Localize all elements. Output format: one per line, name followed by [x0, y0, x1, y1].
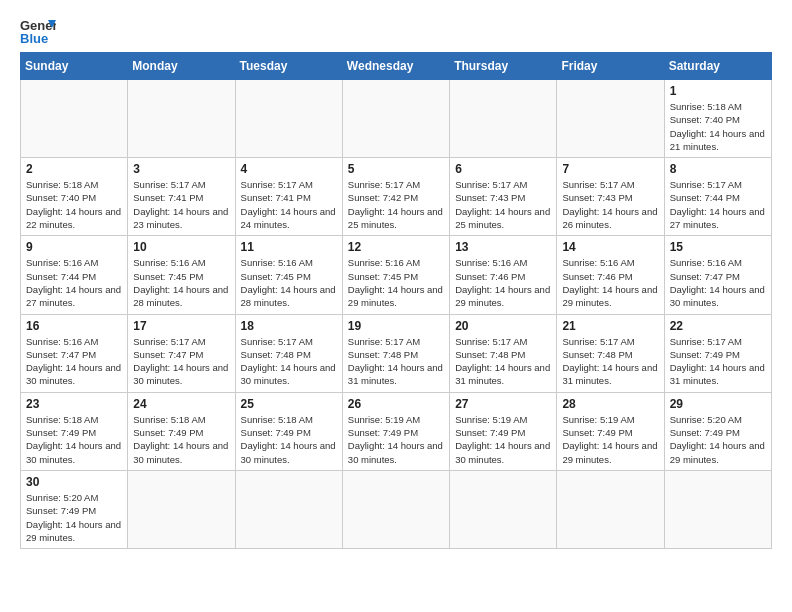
calendar-cell: 30Sunrise: 5:20 AM Sunset: 7:49 PM Dayli…	[21, 470, 128, 548]
calendar-cell: 7Sunrise: 5:17 AM Sunset: 7:43 PM Daylig…	[557, 158, 664, 236]
day-info: Sunrise: 5:17 AM Sunset: 7:47 PM Dayligh…	[133, 335, 229, 388]
day-info: Sunrise: 5:17 AM Sunset: 7:41 PM Dayligh…	[133, 178, 229, 231]
calendar-cell: 1Sunrise: 5:18 AM Sunset: 7:40 PM Daylig…	[664, 80, 771, 158]
calendar-cell: 4Sunrise: 5:17 AM Sunset: 7:41 PM Daylig…	[235, 158, 342, 236]
day-number: 9	[26, 240, 122, 254]
calendar-week-row: 16Sunrise: 5:16 AM Sunset: 7:47 PM Dayli…	[21, 314, 772, 392]
day-info: Sunrise: 5:17 AM Sunset: 7:49 PM Dayligh…	[670, 335, 766, 388]
weekday-header-sunday: Sunday	[21, 53, 128, 80]
day-number: 30	[26, 475, 122, 489]
calendar-cell: 24Sunrise: 5:18 AM Sunset: 7:49 PM Dayli…	[128, 392, 235, 470]
day-number: 8	[670, 162, 766, 176]
day-info: Sunrise: 5:17 AM Sunset: 7:48 PM Dayligh…	[348, 335, 444, 388]
calendar-cell	[128, 80, 235, 158]
day-info: Sunrise: 5:18 AM Sunset: 7:40 PM Dayligh…	[670, 100, 766, 153]
day-info: Sunrise: 5:17 AM Sunset: 7:48 PM Dayligh…	[562, 335, 658, 388]
calendar-cell: 23Sunrise: 5:18 AM Sunset: 7:49 PM Dayli…	[21, 392, 128, 470]
day-number: 23	[26, 397, 122, 411]
day-number: 19	[348, 319, 444, 333]
day-info: Sunrise: 5:16 AM Sunset: 7:47 PM Dayligh…	[26, 335, 122, 388]
day-info: Sunrise: 5:16 AM Sunset: 7:47 PM Dayligh…	[670, 256, 766, 309]
calendar-cell	[557, 80, 664, 158]
calendar-week-row: 30Sunrise: 5:20 AM Sunset: 7:49 PM Dayli…	[21, 470, 772, 548]
calendar-cell: 14Sunrise: 5:16 AM Sunset: 7:46 PM Dayli…	[557, 236, 664, 314]
calendar-cell: 21Sunrise: 5:17 AM Sunset: 7:48 PM Dayli…	[557, 314, 664, 392]
day-number: 15	[670, 240, 766, 254]
day-number: 11	[241, 240, 337, 254]
calendar-cell: 18Sunrise: 5:17 AM Sunset: 7:48 PM Dayli…	[235, 314, 342, 392]
day-info: Sunrise: 5:17 AM Sunset: 7:42 PM Dayligh…	[348, 178, 444, 231]
calendar-week-row: 23Sunrise: 5:18 AM Sunset: 7:49 PM Dayli…	[21, 392, 772, 470]
calendar-week-row: 1Sunrise: 5:18 AM Sunset: 7:40 PM Daylig…	[21, 80, 772, 158]
weekday-header-friday: Friday	[557, 53, 664, 80]
calendar-cell: 17Sunrise: 5:17 AM Sunset: 7:47 PM Dayli…	[128, 314, 235, 392]
day-number: 6	[455, 162, 551, 176]
day-number: 20	[455, 319, 551, 333]
day-info: Sunrise: 5:16 AM Sunset: 7:46 PM Dayligh…	[455, 256, 551, 309]
calendar-cell: 3Sunrise: 5:17 AM Sunset: 7:41 PM Daylig…	[128, 158, 235, 236]
calendar-cell	[342, 80, 449, 158]
calendar-cell	[235, 470, 342, 548]
day-number: 13	[455, 240, 551, 254]
calendar-cell: 2Sunrise: 5:18 AM Sunset: 7:40 PM Daylig…	[21, 158, 128, 236]
day-number: 7	[562, 162, 658, 176]
day-info: Sunrise: 5:16 AM Sunset: 7:46 PM Dayligh…	[562, 256, 658, 309]
calendar-cell: 19Sunrise: 5:17 AM Sunset: 7:48 PM Dayli…	[342, 314, 449, 392]
weekday-header-thursday: Thursday	[450, 53, 557, 80]
day-info: Sunrise: 5:19 AM Sunset: 7:49 PM Dayligh…	[562, 413, 658, 466]
day-number: 22	[670, 319, 766, 333]
weekday-header-row: SundayMondayTuesdayWednesdayThursdayFrid…	[21, 53, 772, 80]
svg-text:Blue: Blue	[20, 31, 48, 46]
weekday-header-saturday: Saturday	[664, 53, 771, 80]
calendar-cell: 16Sunrise: 5:16 AM Sunset: 7:47 PM Dayli…	[21, 314, 128, 392]
day-info: Sunrise: 5:17 AM Sunset: 7:43 PM Dayligh…	[455, 178, 551, 231]
day-info: Sunrise: 5:16 AM Sunset: 7:44 PM Dayligh…	[26, 256, 122, 309]
calendar-cell	[21, 80, 128, 158]
calendar-cell: 28Sunrise: 5:19 AM Sunset: 7:49 PM Dayli…	[557, 392, 664, 470]
day-number: 3	[133, 162, 229, 176]
calendar-cell: 8Sunrise: 5:17 AM Sunset: 7:44 PM Daylig…	[664, 158, 771, 236]
day-number: 24	[133, 397, 229, 411]
calendar-cell: 13Sunrise: 5:16 AM Sunset: 7:46 PM Dayli…	[450, 236, 557, 314]
calendar-cell: 25Sunrise: 5:18 AM Sunset: 7:49 PM Dayli…	[235, 392, 342, 470]
day-number: 16	[26, 319, 122, 333]
day-info: Sunrise: 5:20 AM Sunset: 7:49 PM Dayligh…	[670, 413, 766, 466]
calendar-cell: 27Sunrise: 5:19 AM Sunset: 7:49 PM Dayli…	[450, 392, 557, 470]
calendar-cell	[342, 470, 449, 548]
day-info: Sunrise: 5:18 AM Sunset: 7:49 PM Dayligh…	[133, 413, 229, 466]
calendar-table: SundayMondayTuesdayWednesdayThursdayFrid…	[20, 52, 772, 549]
day-number: 1	[670, 84, 766, 98]
calendar-cell: 15Sunrise: 5:16 AM Sunset: 7:47 PM Dayli…	[664, 236, 771, 314]
logo: General Blue	[20, 16, 56, 46]
day-info: Sunrise: 5:18 AM Sunset: 7:49 PM Dayligh…	[241, 413, 337, 466]
day-info: Sunrise: 5:18 AM Sunset: 7:40 PM Dayligh…	[26, 178, 122, 231]
calendar-week-row: 9Sunrise: 5:16 AM Sunset: 7:44 PM Daylig…	[21, 236, 772, 314]
calendar-cell	[128, 470, 235, 548]
calendar-cell: 26Sunrise: 5:19 AM Sunset: 7:49 PM Dayli…	[342, 392, 449, 470]
calendar-cell: 20Sunrise: 5:17 AM Sunset: 7:48 PM Dayli…	[450, 314, 557, 392]
day-info: Sunrise: 5:16 AM Sunset: 7:45 PM Dayligh…	[348, 256, 444, 309]
day-info: Sunrise: 5:17 AM Sunset: 7:48 PM Dayligh…	[455, 335, 551, 388]
day-number: 17	[133, 319, 229, 333]
weekday-header-monday: Monday	[128, 53, 235, 80]
day-number: 26	[348, 397, 444, 411]
calendar-cell: 5Sunrise: 5:17 AM Sunset: 7:42 PM Daylig…	[342, 158, 449, 236]
day-info: Sunrise: 5:19 AM Sunset: 7:49 PM Dayligh…	[455, 413, 551, 466]
day-info: Sunrise: 5:17 AM Sunset: 7:43 PM Dayligh…	[562, 178, 658, 231]
calendar-cell: 6Sunrise: 5:17 AM Sunset: 7:43 PM Daylig…	[450, 158, 557, 236]
day-info: Sunrise: 5:16 AM Sunset: 7:45 PM Dayligh…	[133, 256, 229, 309]
calendar-cell	[557, 470, 664, 548]
calendar-cell	[664, 470, 771, 548]
weekday-header-wednesday: Wednesday	[342, 53, 449, 80]
day-info: Sunrise: 5:20 AM Sunset: 7:49 PM Dayligh…	[26, 491, 122, 544]
day-info: Sunrise: 5:17 AM Sunset: 7:41 PM Dayligh…	[241, 178, 337, 231]
calendar-cell	[450, 470, 557, 548]
day-info: Sunrise: 5:19 AM Sunset: 7:49 PM Dayligh…	[348, 413, 444, 466]
calendar-cell: 22Sunrise: 5:17 AM Sunset: 7:49 PM Dayli…	[664, 314, 771, 392]
logo-icon: General Blue	[20, 16, 56, 46]
day-number: 14	[562, 240, 658, 254]
day-number: 25	[241, 397, 337, 411]
weekday-header-tuesday: Tuesday	[235, 53, 342, 80]
day-info: Sunrise: 5:17 AM Sunset: 7:44 PM Dayligh…	[670, 178, 766, 231]
day-info: Sunrise: 5:17 AM Sunset: 7:48 PM Dayligh…	[241, 335, 337, 388]
